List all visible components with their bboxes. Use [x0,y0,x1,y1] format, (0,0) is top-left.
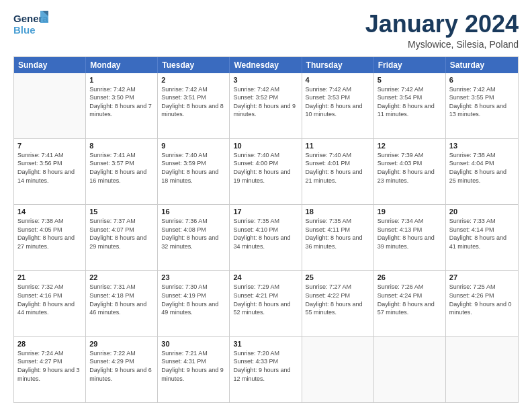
sunset-text: Sunset: 4:21 PM [233,291,298,300]
daylight-text: Daylight: 8 hours and 34 minutes. [233,234,298,250]
cal-cell-2-4: 18 Sunrise: 7:35 AM Sunset: 4:11 PM Dayl… [302,205,374,270]
cal-row-4: 28 Sunrise: 7:24 AM Sunset: 4:27 PM Dayl… [14,337,518,402]
cal-cell-2-2: 16 Sunrise: 7:36 AM Sunset: 4:08 PM Dayl… [158,205,230,270]
day-number: 14 [17,208,82,216]
sunrise-text: Sunrise: 7:20 AM [233,349,298,358]
day-info: Sunrise: 7:33 AM Sunset: 4:14 PM Dayligh… [449,217,515,250]
daylight-text: Daylight: 8 hours and 39 minutes. [378,234,442,250]
sunset-text: Sunset: 3:55 PM [449,93,515,102]
day-number: 25 [306,273,370,281]
cal-cell-0-1: 1 Sunrise: 7:42 AM Sunset: 3:50 PM Dayli… [86,73,158,138]
cal-cell-4-3: 31 Sunrise: 7:20 AM Sunset: 4:33 PM Dayl… [230,337,302,402]
day-info: Sunrise: 7:42 AM Sunset: 3:53 PM Dayligh… [306,85,370,119]
cal-cell-4-4 [302,337,374,402]
day-info: Sunrise: 7:42 AM Sunset: 3:50 PM Dayligh… [89,85,154,119]
sunrise-text: Sunrise: 7:31 AM [89,283,154,291]
day-info: Sunrise: 7:35 AM Sunset: 4:11 PM Dayligh… [306,217,370,250]
cal-cell-4-0: 28 Sunrise: 7:24 AM Sunset: 4:27 PM Dayl… [14,337,86,402]
sunset-text: Sunset: 4:10 PM [233,226,298,234]
cal-cell-0-6: 6 Sunrise: 7:42 AM Sunset: 3:55 PM Dayli… [446,73,518,138]
day-number: 9 [161,142,226,150]
cal-cell-0-5: 5 Sunrise: 7:42 AM Sunset: 3:54 PM Dayli… [374,73,446,138]
cal-row-1: 7 Sunrise: 7:41 AM Sunset: 3:56 PM Dayli… [14,139,518,205]
daylight-text: Daylight: 8 hours and 52 minutes. [233,300,298,317]
day-info: Sunrise: 7:22 AM Sunset: 4:29 PM Dayligh… [89,349,154,383]
sunrise-text: Sunrise: 7:42 AM [306,85,370,94]
daylight-text: Daylight: 8 hours and 7 minutes. [89,102,154,119]
day-number: 23 [161,273,226,281]
sunrise-text: Sunrise: 7:26 AM [378,283,442,291]
day-number: 18 [306,208,370,216]
cal-row-3: 21 Sunrise: 7:32 AM Sunset: 4:16 PM Dayl… [14,271,518,336]
cal-cell-0-2: 2 Sunrise: 7:42 AM Sunset: 3:51 PM Dayli… [158,73,230,138]
cal-cell-3-0: 21 Sunrise: 7:32 AM Sunset: 4:16 PM Dayl… [14,271,86,336]
day-number: 8 [89,142,154,150]
sunset-text: Sunset: 3:59 PM [161,159,226,168]
day-info: Sunrise: 7:32 AM Sunset: 4:16 PM Dayligh… [17,283,82,316]
daylight-text: Daylight: 9 hours and 6 minutes. [89,366,154,383]
location: Myslowice, Silesia, Poland [365,39,519,50]
daylight-text: Daylight: 8 hours and 55 minutes. [306,300,370,317]
header: General Blue January 2024 Myslowice, Sil… [13,11,519,50]
header-friday: Friday [374,57,446,73]
cal-cell-1-4: 11 Sunrise: 7:40 AM Sunset: 4:01 PM Dayl… [302,139,374,204]
day-info: Sunrise: 7:38 AM Sunset: 4:05 PM Dayligh… [17,217,82,250]
daylight-text: Daylight: 8 hours and 36 minutes. [306,234,370,250]
cal-cell-4-5 [374,337,446,402]
day-number: 15 [89,208,154,216]
sunrise-text: Sunrise: 7:25 AM [449,283,515,291]
daylight-text: Daylight: 8 hours and 13 minutes. [449,102,515,119]
cal-cell-1-3: 10 Sunrise: 7:40 AM Sunset: 4:00 PM Dayl… [230,139,302,204]
daylight-text: Daylight: 8 hours and 23 minutes. [378,168,442,185]
day-number: 30 [161,340,226,348]
sunset-text: Sunset: 4:00 PM [233,159,298,168]
sunset-text: Sunset: 4:19 PM [161,291,226,300]
sunrise-text: Sunrise: 7:40 AM [233,151,298,160]
header-monday: Monday [86,57,158,73]
daylight-text: Daylight: 8 hours and 11 minutes. [378,102,442,119]
cal-cell-0-3: 3 Sunrise: 7:42 AM Sunset: 3:52 PM Dayli… [230,73,302,138]
header-tuesday: Tuesday [158,57,230,73]
sunset-text: Sunset: 4:33 PM [233,357,298,366]
daylight-text: Daylight: 9 hours and 9 minutes. [161,366,226,383]
daylight-text: Daylight: 8 hours and 41 minutes. [449,234,515,250]
sunrise-text: Sunrise: 7:42 AM [378,85,442,94]
sunrise-text: Sunrise: 7:30 AM [161,283,226,291]
day-info: Sunrise: 7:37 AM Sunset: 4:07 PM Dayligh… [89,217,154,250]
day-number: 19 [378,208,442,216]
page: General Blue January 2024 Myslowice, Sil… [0,0,532,411]
day-info: Sunrise: 7:42 AM Sunset: 3:54 PM Dayligh… [378,85,442,119]
sunrise-text: Sunrise: 7:42 AM [161,85,226,94]
svg-text:Blue: Blue [13,24,36,36]
daylight-text: Daylight: 8 hours and 29 minutes. [89,234,154,250]
cal-cell-3-1: 22 Sunrise: 7:31 AM Sunset: 4:18 PM Dayl… [86,271,158,336]
sunrise-text: Sunrise: 7:35 AM [306,217,370,226]
daylight-text: Daylight: 8 hours and 49 minutes. [161,300,226,317]
title-block: January 2024 Myslowice, Silesia, Poland [365,11,519,50]
sunrise-text: Sunrise: 7:42 AM [449,85,515,94]
cal-cell-2-0: 14 Sunrise: 7:38 AM Sunset: 4:05 PM Dayl… [14,205,86,270]
day-number: 4 [306,76,370,84]
daylight-text: Daylight: 8 hours and 8 minutes. [161,102,226,119]
day-info: Sunrise: 7:41 AM Sunset: 3:57 PM Dayligh… [89,151,154,185]
sunrise-text: Sunrise: 7:27 AM [306,283,370,291]
sunrise-text: Sunrise: 7:24 AM [17,349,82,358]
day-number: 1 [89,76,154,84]
sunrise-text: Sunrise: 7:32 AM [17,283,82,291]
daylight-text: Daylight: 9 hours and 12 minutes. [233,366,298,383]
day-number: 7 [17,142,82,150]
day-number: 17 [233,208,298,216]
cal-row-0: 1 Sunrise: 7:42 AM Sunset: 3:50 PM Dayli… [14,73,518,139]
sunset-text: Sunset: 4:11 PM [306,226,370,234]
header-wednesday: Wednesday [230,57,302,73]
sunset-text: Sunset: 4:27 PM [17,357,82,366]
daylight-text: Daylight: 8 hours and 57 minutes. [378,300,442,317]
day-number: 13 [449,142,515,150]
day-info: Sunrise: 7:40 AM Sunset: 4:01 PM Dayligh… [306,151,370,185]
sunrise-text: Sunrise: 7:42 AM [89,85,154,94]
day-number: 21 [17,273,82,281]
sunset-text: Sunset: 4:29 PM [89,357,154,366]
daylight-text: Daylight: 8 hours and 19 minutes. [233,168,298,185]
cal-cell-3-5: 26 Sunrise: 7:26 AM Sunset: 4:24 PM Dayl… [374,271,446,336]
cal-cell-3-6: 27 Sunrise: 7:25 AM Sunset: 4:26 PM Dayl… [446,271,518,336]
